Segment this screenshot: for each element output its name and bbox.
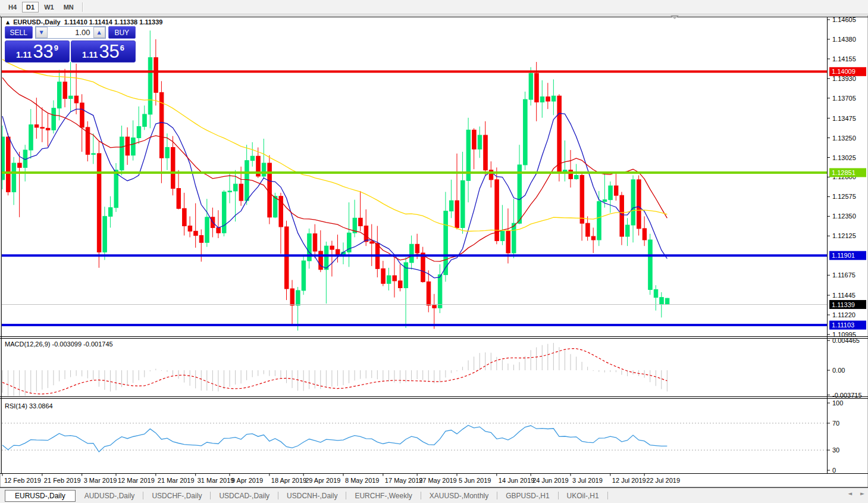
candle — [484, 135, 488, 170]
tab-gbpusd-h1[interactable]: GBPUSD-,H1 — [498, 490, 557, 501]
svg-text:1.11445: 1.11445 — [832, 292, 856, 299]
buy-button[interactable]: BUY — [108, 26, 136, 39]
sell-price-tile[interactable]: 1.11 33 9 — [5, 40, 70, 63]
candle — [290, 289, 294, 305]
candle — [222, 192, 226, 233]
candle — [199, 236, 203, 243]
buy-price-sup: 6 — [120, 43, 124, 52]
candle — [410, 244, 414, 263]
candle — [438, 275, 442, 308]
candle — [381, 268, 386, 283]
buy-price-tile[interactable]: 1.11 35 6 — [71, 40, 136, 63]
svg-text:18 Apr 2019: 18 Apr 2019 — [271, 477, 306, 484]
candle — [268, 163, 272, 217]
timeframe-d1-button[interactable]: D1 — [22, 2, 39, 13]
date-axis: 12 Feb 201921 Feb 20193 Mar 201912 Mar 2… — [2, 474, 680, 485]
candle — [205, 217, 209, 242]
candle — [7, 137, 10, 192]
candle — [404, 263, 408, 288]
svg-text:24 Jun 2019: 24 Jun 2019 — [532, 477, 569, 484]
tab-eurusd-daily[interactable]: EURUSD-,Daily — [5, 490, 76, 502]
svg-text:1.13705: 1.13705 — [832, 95, 856, 102]
svg-text:27 May 2019: 27 May 2019 — [419, 477, 457, 484]
tab-xauusd-monthly[interactable]: XAUUSD-,Monthly — [422, 490, 496, 501]
svg-text:17 May 2019: 17 May 2019 — [385, 477, 423, 484]
chart-title: ▲ EURUSD-,Daily 1.11410 1.11414 1.11338 … — [6, 18, 162, 26]
tab-usdcad-daily[interactable]: USDCAD-,Daily — [211, 490, 277, 501]
svg-text:-0.003715: -0.003715 — [832, 392, 862, 399]
svg-text:30: 30 — [832, 446, 839, 454]
candle — [40, 127, 45, 128]
svg-text:1.12575: 1.12575 — [832, 193, 856, 200]
svg-text:1.14605: 1.14605 — [832, 16, 856, 23]
svg-text:8 May 2019: 8 May 2019 — [345, 477, 379, 484]
svg-text:14 Jun 2019: 14 Jun 2019 — [499, 477, 535, 484]
svg-text:29 Apr 2019: 29 Apr 2019 — [305, 477, 340, 484]
svg-text:1.11675: 1.11675 — [832, 271, 856, 279]
candle — [63, 82, 67, 99]
svg-text:9 Apr 2019: 9 Apr 2019 — [231, 477, 263, 484]
tab-scroll-left-icon[interactable]: ◄ — [848, 490, 852, 496]
svg-text:12 Feb 2019: 12 Feb 2019 — [4, 477, 41, 484]
candle — [631, 180, 635, 225]
tab-audusd-daily[interactable]: AUDUSD-,Daily — [77, 490, 143, 501]
candle — [313, 234, 317, 251]
candle — [643, 229, 647, 240]
svg-text:3 Jul 2019: 3 Jul 2019 — [572, 477, 603, 484]
tab-eurchf-weekly[interactable]: EURCHF-,Weekly — [347, 490, 419, 501]
candle — [637, 180, 641, 229]
candle — [324, 246, 328, 270]
candle — [194, 231, 198, 235]
macd-signal-line — [2, 349, 667, 394]
tab-divider — [607, 492, 608, 499]
candle — [626, 225, 630, 236]
candle — [529, 73, 533, 99]
candle — [148, 58, 152, 114]
collapse-triangle-icon[interactable]: ▲ — [6, 20, 10, 25]
sell-button[interactable]: SELL — [5, 26, 33, 39]
candle — [540, 97, 544, 102]
candle — [80, 103, 84, 127]
candle — [92, 154, 96, 154]
svg-text:1.12851: 1.12851 — [832, 169, 856, 176]
candle — [546, 97, 550, 101]
timeframe-h4-button[interactable]: H4 — [4, 2, 21, 13]
svg-text:0: 0 — [832, 467, 836, 474]
tab-usdcnh-daily[interactable]: USDCNH-,Daily — [279, 490, 345, 501]
candle — [52, 108, 56, 130]
candle — [239, 184, 243, 201]
ma-21-line — [2, 77, 667, 261]
candle — [399, 281, 403, 288]
svg-text:0.00: 0.00 — [832, 367, 845, 374]
volume-input[interactable] — [48, 27, 93, 38]
candle — [461, 180, 465, 227]
tab-usdchf-daily[interactable]: USDCHF-,Daily — [144, 490, 209, 501]
volume-increase-button[interactable]: ▲ — [93, 27, 105, 38]
candle — [245, 161, 249, 201]
chart-ohlc-values: 1.11410 1.11414 1.11338 1.11339 — [64, 18, 163, 26]
candle — [609, 186, 613, 199]
tab-ukoil-h1[interactable]: UKOil-,H1 — [559, 490, 607, 501]
price-chart-svg[interactable]: 1.146051.143801.141551.139301.137051.134… — [0, 0, 868, 503]
candle — [415, 244, 419, 253]
timeframe-mn-button[interactable]: MN — [59, 2, 78, 13]
sell-price-big: 33 — [33, 42, 53, 61]
svg-text:1.12125: 1.12125 — [832, 232, 856, 239]
svg-text:1.14009: 1.14009 — [832, 68, 856, 75]
chart-symbol-label: EURUSD-,Daily — [13, 18, 60, 26]
svg-text:100: 100 — [832, 399, 843, 407]
tab-scroll-right-icon[interactable]: ► — [860, 490, 864, 496]
candle — [433, 305, 437, 308]
svg-text:21 Mar 2019: 21 Mar 2019 — [158, 477, 195, 484]
candle — [154, 58, 158, 93]
ma-55-line — [2, 60, 667, 232]
volume-decrease-button[interactable]: ▼ — [36, 27, 48, 38]
candle — [506, 231, 510, 253]
timeframe-w1-button[interactable]: W1 — [40, 2, 58, 13]
svg-text:1.11103: 1.11103 — [832, 321, 854, 329]
svg-text:12 Mar 2019: 12 Mar 2019 — [118, 477, 155, 484]
svg-text:70: 70 — [832, 420, 839, 427]
candle — [183, 208, 187, 226]
candle — [614, 186, 618, 195]
candle — [359, 218, 363, 226]
